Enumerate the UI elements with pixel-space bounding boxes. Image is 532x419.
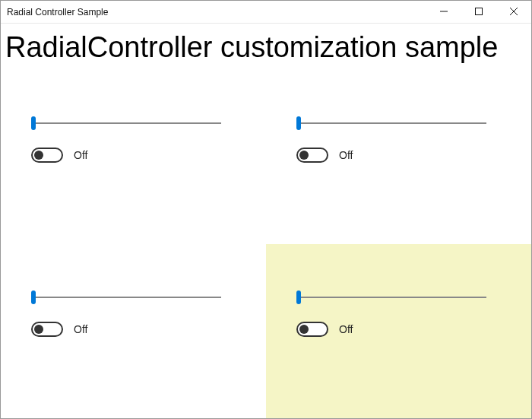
toggle-2[interactable] — [296, 148, 328, 163]
toggle-label-3: Off — [74, 323, 87, 335]
toggle-row-4: Off — [296, 322, 501, 337]
slider-thumb[interactable] — [296, 116, 301, 130]
svg-rect-1 — [476, 8, 483, 15]
toggle-knob — [34, 151, 43, 160]
window-title: Radial Controller Sample — [7, 7, 108, 17]
slider-track — [31, 122, 221, 124]
titlebar: Radial Controller Sample — [1, 1, 531, 24]
close-icon — [510, 6, 518, 17]
panel-grid: Off Off — [1, 70, 531, 418]
app-window: Radial Controller Sample RadialControlle… — [0, 0, 532, 419]
panel-4: Off — [266, 244, 531, 418]
toggle-3[interactable] — [31, 322, 63, 337]
maximize-icon — [475, 6, 483, 17]
minimize-icon — [440, 6, 448, 17]
close-button[interactable] — [496, 1, 531, 23]
slider-2[interactable] — [296, 116, 486, 131]
slider-track — [296, 122, 486, 124]
toggle-knob — [299, 325, 309, 334]
slider-track — [296, 297, 486, 298]
toggle-label-4: Off — [339, 323, 353, 335]
minimize-button[interactable] — [426, 1, 461, 23]
slider-1[interactable] — [31, 116, 221, 131]
maximize-button[interactable] — [461, 1, 496, 23]
slider-thumb[interactable] — [296, 290, 301, 304]
slider-thumb[interactable] — [31, 116, 36, 130]
slider-4[interactable] — [296, 290, 486, 305]
toggle-row-3: Off — [31, 322, 236, 337]
toggle-1[interactable] — [31, 148, 63, 163]
page-title: RadialController customization sample — [1, 24, 531, 70]
toggle-row-1: Off — [31, 148, 236, 163]
toggle-4[interactable] — [296, 322, 328, 337]
panel-2: Off — [266, 70, 531, 244]
slider-thumb[interactable] — [31, 290, 36, 304]
toggle-knob — [299, 151, 309, 160]
panel-3: Off — [1, 244, 266, 418]
toggle-row-2: Off — [296, 148, 501, 163]
slider-3[interactable] — [31, 290, 221, 305]
toggle-label-2: Off — [339, 149, 353, 161]
toggle-label-1: Off — [74, 149, 87, 161]
toggle-knob — [34, 325, 43, 334]
window-controls — [426, 1, 531, 23]
slider-track — [31, 297, 221, 298]
panel-1: Off — [1, 70, 266, 244]
